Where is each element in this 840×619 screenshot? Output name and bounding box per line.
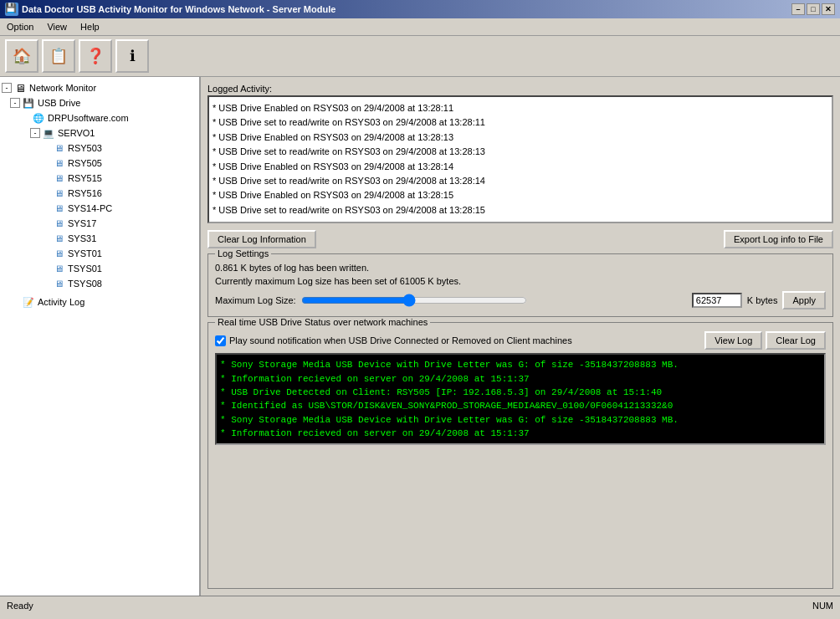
tree-label: RSY515	[68, 173, 102, 183]
log-settings-group: Log Settings 0.861 K bytes of log has be…	[207, 253, 833, 317]
logged-activity-section: Logged Activity: * USB Drive Enabled on …	[207, 84, 833, 223]
expand-icon[interactable]: -	[10, 98, 20, 108]
checkbox-row: Play sound notification when USB Drive C…	[215, 335, 572, 346]
tree-label: SERVO1	[58, 128, 95, 138]
log-size-info-line2: Currently maximum Log size has been set …	[215, 276, 826, 286]
computer-icon: 🖥	[52, 171, 65, 185]
menu-view[interactable]: View	[40, 20, 74, 33]
tree-label: USB Drive	[38, 98, 80, 108]
sound-notification-checkbox[interactable]	[215, 335, 226, 346]
tree-item-activity-log[interactable]: 📝 Activity Log	[0, 294, 199, 310]
computer-icon: 🖥	[52, 232, 65, 245]
window-title: Data Doctor USB Activity Monitor for Win…	[22, 4, 335, 14]
realtime-section: Real time USB Drive Status over network …	[207, 322, 833, 589]
realtime-title: Real time USB Drive Status over network …	[215, 317, 430, 327]
log-size-info-line1: 0.861 K bytes of log has been written.	[215, 263, 826, 273]
realtime-log[interactable]: * Sony Storage Media USB Device with Dri…	[215, 353, 826, 445]
tree-item-tsys08[interactable]: 🖥 TSYS08	[0, 276, 199, 291]
tree-item-rsy503[interactable]: 🖥 RSY503	[0, 141, 199, 156]
activity-icon: 📝	[22, 295, 35, 309]
realtime-header: Play sound notification when USB Drive C…	[215, 331, 826, 350]
info-button[interactable]: ℹ	[115, 39, 149, 73]
minimize-button[interactable]: –	[791, 3, 805, 15]
computer-icon: 🖥	[52, 141, 65, 155]
clear-log-button[interactable]: Clear Log	[766, 331, 826, 350]
view-log-button[interactable]: View Log	[704, 331, 762, 350]
tree-item-usb-drive[interactable]: - 💾 USB Drive	[0, 95, 199, 110]
sound-notification-label: Play sound notification when USB Drive C…	[229, 335, 572, 345]
num-indicator: NUM	[812, 601, 833, 611]
network-icon: 🌐	[32, 111, 45, 125]
tree-label: TSYS08	[68, 279, 102, 289]
tree-label: Activity Log	[38, 297, 85, 307]
tree-item-syst01[interactable]: 🖥 SYST01	[0, 246, 199, 261]
left-panel: - 🖥 Network Monitor - 💾 USB Drive 🌐 DRPU…	[0, 77, 201, 596]
computer-icon: 🖥	[52, 202, 65, 215]
tree-item-network-monitor[interactable]: - 🖥 Network Monitor	[0, 80, 199, 95]
log-size-input[interactable]	[692, 293, 742, 308]
help-button[interactable]: ❓	[79, 39, 112, 73]
log-size-slider[interactable]	[301, 292, 527, 309]
tree-item-drpusoftware[interactable]: 🌐 DRPUsoftware.com	[0, 110, 199, 125]
computer-icon: 🖥	[52, 277, 65, 290]
status-text: Ready	[7, 601, 33, 611]
title-bar: 💾 Data Doctor USB Activity Monitor for W…	[0, 0, 840, 18]
expand-icon[interactable]: -	[30, 128, 40, 138]
tree-item-rsy516[interactable]: 🖥 RSY516	[0, 186, 199, 201]
slider-wrapper	[301, 292, 687, 309]
logged-activity-label: Logged Activity:	[207, 84, 833, 94]
tree-label: DRPUsoftware.com	[48, 113, 129, 123]
window-controls: – □ ✕	[791, 3, 835, 15]
tree-item-tsys01[interactable]: 🖥 TSYS01	[0, 261, 199, 276]
apply-button[interactable]: Apply	[782, 291, 826, 310]
computer-icon: 💻	[42, 126, 55, 140]
tree-label: SYS31	[68, 233, 96, 243]
log-buttons-row: Clear Log Information Export Log info to…	[207, 230, 833, 248]
tree-label: RSY503	[68, 143, 102, 153]
home-button[interactable]: 🏠	[5, 39, 38, 73]
tree-item-sys17[interactable]: 🖥 SYS17	[0, 216, 199, 231]
expand-icon[interactable]: -	[2, 83, 12, 93]
tree-label: RSY505	[68, 158, 102, 168]
menu-option[interactable]: Option	[0, 20, 40, 33]
log-settings-title: Log Settings	[215, 248, 271, 258]
close-button[interactable]: ✕	[822, 3, 835, 15]
drive-icon: 💾	[22, 96, 35, 110]
tree-label: SYS14-PC	[68, 203, 112, 213]
k-bytes-label: K bytes	[747, 295, 778, 305]
maximize-button[interactable]: □	[807, 3, 820, 15]
log-area[interactable]: * USB Drive Enabled on RSYS03 on 29/4/20…	[207, 95, 833, 223]
tree-label: TSYS01	[68, 263, 102, 274]
max-log-size-row: Maximum Log Size: K bytes Apply	[215, 291, 826, 310]
tree-label: SYS17	[68, 218, 96, 228]
app-icon: 💾	[5, 3, 18, 16]
tree-item-rsy515[interactable]: 🖥 RSY515	[0, 171, 199, 186]
tree-label: SYST01	[68, 248, 102, 258]
tree-item-rsy505[interactable]: 🖥 RSY505	[0, 156, 199, 171]
menu-help[interactable]: Help	[74, 20, 106, 33]
export-log-button[interactable]: Export Log info to File	[724, 230, 833, 248]
clear-log-information-button[interactable]: Clear Log Information	[207, 230, 316, 248]
status-bar: Ready NUM	[0, 596, 840, 614]
computer-icon: 🖥	[52, 187, 65, 200]
right-panel: Logged Activity: * USB Drive Enabled on …	[201, 77, 840, 596]
max-log-size-label: Maximum Log Size:	[215, 295, 296, 305]
tree-label: RSY516	[68, 188, 102, 198]
computer-icon: 🖥	[52, 156, 65, 170]
realtime-buttons: View Log Clear Log	[704, 331, 826, 350]
computer-icon: 🖥	[52, 247, 65, 260]
tree-item-sys14pc[interactable]: 🖥 SYS14-PC	[0, 201, 199, 216]
computer-icon: 🖥	[52, 217, 65, 230]
main-area: - 🖥 Network Monitor - 💾 USB Drive 🌐 DRPU…	[0, 77, 840, 596]
menu-bar: Option View Help	[0, 18, 840, 36]
tree-label: Network Monitor	[29, 83, 96, 93]
computer-icon: 🖥	[52, 262, 65, 275]
tree-item-sys31[interactable]: 🖥 SYS31	[0, 231, 199, 246]
log-settings-content: 0.861 K bytes of log has been written. C…	[215, 263, 826, 310]
monitor-icon: 🖥	[13, 81, 27, 95]
toolbar: 🏠 📋 ❓ ℹ	[0, 36, 840, 77]
document-button[interactable]: 📋	[42, 39, 75, 73]
tree-item-servo1[interactable]: - 💻 SERVO1	[0, 125, 199, 141]
